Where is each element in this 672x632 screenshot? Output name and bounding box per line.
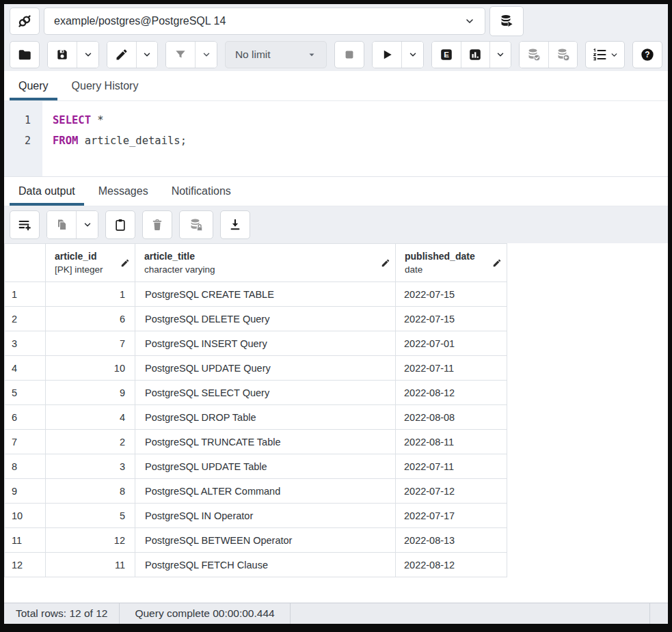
article-title-cell[interactable]: PostgreSQL FETCH Clause — [135, 553, 396, 577]
select-all-header-cell[interactable] — [5, 244, 46, 282]
macros-button[interactable] — [585, 41, 625, 68]
column-header-published-date[interactable]: published_date date — [396, 244, 507, 282]
row-number-cell[interactable]: 5 — [5, 381, 46, 405]
published-date-cell[interactable]: 2022-07-01 — [396, 331, 507, 356]
copy-button[interactable] — [47, 211, 76, 238]
published-date-cell[interactable]: 2022-07-12 — [396, 479, 507, 504]
published-date-cell[interactable]: 2022-08-12 — [396, 381, 507, 405]
download-button[interactable] — [220, 210, 250, 239]
article-title-cell[interactable]: PostgreSQL TRUNCATE Table — [135, 430, 396, 454]
row-number-cell[interactable]: 2 — [5, 307, 46, 331]
sql-editor[interactable]: 1 2 SELECT * FROM article_details; — [4, 101, 668, 176]
save-data-changes-button[interactable] — [179, 210, 213, 239]
article-id-cell[interactable]: 12 — [46, 528, 135, 553]
connection-select[interactable]: example/postgres@PostgreSQL 14 — [44, 8, 485, 35]
published-date-cell[interactable]: 2022-08-13 — [396, 528, 507, 553]
row-limit-select[interactable]: No limit — [225, 41, 327, 68]
article-title-cell[interactable]: PostgreSQL DELETE Query — [135, 307, 396, 331]
explain-analyze-button[interactable] — [461, 42, 489, 68]
save-button[interactable] — [48, 42, 77, 68]
filter-options-dropdown[interactable] — [195, 42, 217, 68]
article-id-cell[interactable]: 6 — [46, 307, 135, 331]
copy-options-dropdown[interactable] — [76, 211, 98, 238]
row-number-cell[interactable]: 10 — [5, 504, 46, 528]
delete-row-button[interactable] — [142, 210, 172, 239]
article-id-cell[interactable]: 7 — [46, 331, 135, 356]
paste-button[interactable] — [105, 210, 135, 239]
article-title-cell[interactable]: PostgreSQL UPDATE Table — [135, 454, 396, 479]
published-date-cell[interactable]: 2022-07-11 — [396, 454, 507, 479]
article-id-cell[interactable]: 1 — [46, 282, 135, 307]
open-file-button[interactable] — [10, 41, 40, 68]
article-title-cell[interactable]: PostgreSQL BETWEEN Operator — [135, 528, 396, 553]
edit-options-dropdown[interactable] — [136, 42, 158, 68]
filter-button[interactable] — [166, 42, 195, 68]
published-date-cell[interactable]: 2022-07-15 — [396, 282, 507, 307]
status-bar: Total rows: 12 of 12 Query complete 00:0… — [4, 603, 668, 624]
tab-data-output[interactable]: Data output — [10, 177, 84, 206]
stop-button[interactable] — [334, 41, 364, 68]
article-title-cell[interactable]: PostgreSQL DROP Table — [135, 405, 396, 430]
new-connection-button[interactable] — [489, 6, 524, 36]
save-button-group — [47, 41, 99, 68]
execute-button[interactable] — [373, 42, 401, 68]
grid-row: 1 1 PostgreSQL CREATE TABLE 2022-07-15 — [5, 282, 507, 307]
row-number-cell[interactable]: 11 — [5, 528, 46, 553]
row-number-cell[interactable]: 8 — [5, 454, 46, 479]
edit-column-icon[interactable] — [492, 258, 502, 268]
published-date-cell[interactable]: 2022-07-17 — [396, 504, 507, 528]
explain-options-dropdown[interactable] — [489, 42, 511, 68]
edit-column-icon[interactable] — [381, 258, 390, 268]
column-header-article-id[interactable]: article_id [PK] integer — [46, 244, 135, 282]
published-date-cell[interactable]: 2022-08-08 — [396, 405, 507, 430]
published-date-cell[interactable]: 2022-07-15 — [396, 307, 507, 331]
add-row-button[interactable] — [10, 210, 40, 239]
article-title-cell[interactable]: PostgreSQL IN Operator — [135, 504, 396, 528]
edit-column-icon[interactable] — [120, 258, 130, 268]
explain-button[interactable]: E — [432, 42, 461, 68]
article-id-cell[interactable]: 8 — [46, 479, 135, 504]
code-area[interactable]: SELECT * FROM article_details; — [42, 101, 668, 176]
help-button[interactable]: ? — [632, 41, 662, 68]
svg-text:?: ? — [645, 50, 649, 59]
total-rows-status: Total rows: 12 of 12 — [4, 603, 120, 624]
row-number-cell[interactable]: 1 — [5, 282, 46, 307]
execute-options-dropdown[interactable] — [401, 42, 423, 68]
tab-messages[interactable]: Messages — [90, 177, 157, 206]
tab-notifications[interactable]: Notifications — [163, 177, 240, 206]
article-id-cell[interactable]: 4 — [46, 405, 135, 430]
column-header-article-title[interactable]: article_title character varying — [135, 244, 396, 282]
article-id-cell[interactable]: 3 — [46, 454, 135, 479]
row-number-cell[interactable]: 3 — [5, 331, 46, 356]
published-date-cell[interactable]: 2022-07-11 — [396, 356, 507, 381]
published-date-cell[interactable]: 2022-08-12 — [396, 553, 507, 577]
article-title-cell[interactable]: PostgreSQL ALTER Command — [135, 479, 396, 504]
article-id-cell[interactable]: 10 — [46, 356, 135, 381]
row-number-cell[interactable]: 4 — [5, 356, 46, 381]
save-options-dropdown[interactable] — [77, 42, 98, 68]
row-number-cell[interactable]: 9 — [5, 479, 46, 504]
rollback-button[interactable] — [548, 42, 577, 68]
commit-button[interactable] — [520, 42, 548, 68]
article-title-cell[interactable]: PostgreSQL INSERT Query — [135, 331, 396, 356]
article-title-cell[interactable]: PostgreSQL UPDATE Query — [135, 356, 396, 381]
article-id-cell[interactable]: 11 — [46, 553, 135, 577]
query-tool-window: example/postgres@PostgreSQL 14 — [4, 4, 668, 624]
row-limit-value: No limit — [235, 49, 271, 61]
row-number-cell[interactable]: 7 — [5, 430, 46, 454]
article-id-cell[interactable]: 2 — [46, 430, 135, 454]
article-id-cell[interactable]: 9 — [46, 381, 135, 405]
article-id-cell[interactable]: 5 — [46, 504, 135, 528]
row-number-cell[interactable]: 6 — [5, 405, 46, 430]
edit-button[interactable] — [107, 42, 136, 68]
connection-status-button[interactable] — [10, 8, 40, 35]
code-line-1: SELECT * — [53, 110, 668, 130]
article-title-cell[interactable]: PostgreSQL SELECT Query — [135, 381, 396, 405]
tab-query-history[interactable]: Query History — [63, 71, 148, 100]
tab-query[interactable]: Query — [10, 71, 57, 100]
row-number-cell[interactable]: 12 — [5, 553, 46, 577]
help-question-icon: ? — [640, 47, 655, 62]
published-date-cell[interactable]: 2022-08-11 — [396, 430, 507, 454]
copy-button-group — [46, 210, 98, 239]
article-title-cell[interactable]: PostgreSQL CREATE TABLE — [135, 282, 396, 307]
